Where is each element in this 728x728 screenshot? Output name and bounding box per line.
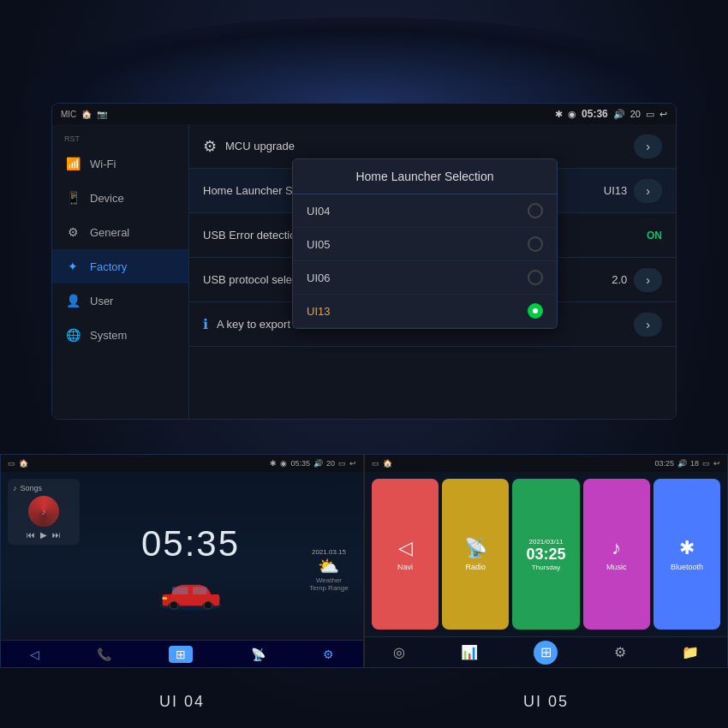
weather-date: 2021.03.15: [309, 548, 348, 556]
ui05-status-right: 03:25 🔊 18 ▭ ↩: [654, 459, 720, 468]
navi-tile[interactable]: ◁ Navi: [372, 479, 439, 630]
ui05-battery-icon: ▭: [372, 459, 379, 468]
ui04-music-panel: ♪ Songs ♪ ⏮ ▶ ⏭: [1, 472, 87, 667]
usb-error-toggle[interactable]: ON: [647, 230, 662, 242]
sidebar: RST 📶 Wi-Fi 📱 Device ⚙ General ✦ Factory…: [52, 124, 189, 419]
sidebar-item-wifi[interactable]: 📶 Wi-Fi: [52, 146, 188, 181]
ui13-option-label: UI13: [307, 305, 330, 318]
sidebar-item-general[interactable]: ⚙ General: [52, 215, 188, 249]
album-art: ♪: [28, 496, 59, 527]
ui05-home-icon: 🏠: [383, 459, 392, 468]
ui05-chart-icon[interactable]: 📊: [461, 644, 478, 660]
ui04-center: 05:35: [87, 472, 295, 667]
mcu-left: ⚙ MCU upgrade: [203, 137, 295, 156]
svg-rect-4: [172, 587, 188, 594]
usb-error-label: USB Error detection: [203, 229, 302, 242]
bluetooth-icon: ✱: [679, 537, 695, 559]
usb-protocol-value: 2.0: [612, 273, 627, 286]
sidebar-wifi-label: Wi-Fi: [90, 158, 116, 170]
ui04-back-icon[interactable]: ↩: [349, 459, 356, 468]
rst-label-area: RST: [52, 131, 188, 146]
sidebar-device-label: Device: [90, 192, 124, 205]
clock-time: 03:25: [526, 546, 565, 564]
sidebar-item-factory[interactable]: ✦ Factory: [52, 249, 188, 283]
content-area: RST 📶 Wi-Fi 📱 Device ⚙ General ✦ Factory…: [52, 124, 676, 419]
radio-icon: 📡: [464, 537, 487, 559]
device-icon: 📱: [64, 189, 81, 206]
svg-point-6: [170, 601, 177, 609]
ui05-status-left: ▭ 🏠: [372, 459, 392, 468]
ui04-nav-phone[interactable]: 📞: [97, 647, 111, 661]
ui04-nav-apps[interactable]: ⊞: [169, 646, 193, 663]
ui04-nav-navigate[interactable]: ◁: [30, 647, 39, 661]
ui04-time: 05:35: [290, 459, 310, 468]
dropdown-title: Home Launcher Selection: [293, 159, 557, 194]
music-icon: ♪: [612, 537, 621, 559]
screen-labels: UI 04 UI 05: [0, 693, 728, 711]
home-launcher-dialog: Home Launcher Selection UI04 UI05 UI06 U…: [292, 158, 558, 329]
ui13-radio[interactable]: [528, 303, 543, 319]
ui05-radio[interactable]: [528, 236, 543, 252]
bluetooth-tile[interactable]: ✱ Bluetooth: [653, 479, 720, 630]
export-left: ℹ A key to export: [203, 316, 290, 332]
ui05-status-bar: ▭ 🏠 03:25 🔊 18 ▭ ↩: [365, 455, 727, 472]
sidebar-item-device[interactable]: 📱 Device: [52, 181, 188, 215]
dropdown-ui04[interactable]: UI04: [293, 194, 557, 228]
export-chevron[interactable]: ›: [634, 313, 662, 337]
main-screen: MIC 🏠 📷 ✱ ◉ 05:36 🔊 20 ▭ ↩ RST 📶 Wi-Fi �: [51, 103, 677, 420]
sidebar-user-label: User: [90, 295, 113, 307]
navi-icon: ◁: [398, 537, 413, 559]
usb-protocol-chevron[interactable]: ›: [634, 268, 662, 292]
music-label: Music: [606, 563, 627, 571]
ui06-radio[interactable]: [528, 270, 543, 285]
clock-tile[interactable]: 2021/03/11 03:25 Thursday: [512, 479, 579, 630]
ui04-nav-antenna[interactable]: 📡: [251, 647, 266, 661]
sidebar-general-label: General: [90, 226, 129, 239]
dropdown-ui05[interactable]: UI05: [293, 228, 557, 261]
bluetooth-status-icon: ✱: [555, 109, 563, 120]
usb-error-left: USB Error detection: [203, 229, 302, 242]
ui05-label: UI 05: [364, 693, 728, 711]
music-tile[interactable]: ♪ Music: [583, 479, 650, 630]
ui05-settings-circle[interactable]: ◎: [393, 644, 405, 660]
mic-label: MIC: [61, 110, 76, 119]
user-icon: 👤: [64, 292, 81, 309]
navi-label: Navi: [397, 563, 413, 571]
mcu-icon: ⚙: [203, 137, 217, 156]
ui05-content: ◁ Navi 📡 Radio 2021/03/11 03:25 Thursday…: [365, 472, 727, 667]
radio-tile[interactable]: 📡 Radio: [442, 479, 509, 630]
sidebar-factory-label: Factory: [90, 260, 127, 273]
ui05-gear-icon[interactable]: ⚙: [614, 644, 626, 660]
ui04-home-icon: 🏠: [19, 459, 28, 468]
mcu-chevron[interactable]: ›: [634, 134, 662, 158]
car-svg: [157, 573, 225, 616]
ui04-nav-settings[interactable]: ⚙: [323, 647, 334, 661]
prev-icon[interactable]: ⏮: [27, 530, 35, 540]
battery-level: 20: [630, 109, 641, 119]
sidebar-item-system[interactable]: 🌐 System: [52, 318, 188, 352]
sidebar-system-label: System: [90, 329, 127, 342]
bluetooth-label: Bluetooth: [671, 563, 703, 571]
ui04-battery-icon: ▭: [8, 459, 15, 468]
svg-rect-5: [193, 587, 207, 594]
ui05-option-label: UI05: [307, 238, 330, 251]
ui05-folder-icon[interactable]: 📁: [682, 644, 699, 660]
back-icon[interactable]: ↩: [659, 109, 667, 120]
next-icon[interactable]: ⏭: [52, 530, 61, 540]
ui04-option-label: UI04: [307, 205, 330, 218]
battery-icon: ▭: [646, 109, 654, 120]
ui05-battery: 18: [690, 459, 699, 468]
ui04-radio[interactable]: [528, 203, 543, 218]
rst-label: RST: [64, 134, 80, 143]
sidebar-item-user[interactable]: 👤 User: [52, 283, 188, 318]
play-icon[interactable]: ▶: [40, 530, 47, 540]
weather-widget: 2021.03.15 ⛅ Weather Temp Range: [309, 548, 348, 592]
svg-rect-9: [215, 597, 219, 600]
ui04-batt-icon: ▭: [338, 459, 346, 468]
dropdown-ui13[interactable]: UI13: [293, 295, 557, 328]
ui05-grid-icon[interactable]: ⊞: [534, 641, 558, 665]
ui05-back-icon[interactable]: ↩: [713, 459, 720, 468]
launcher-chevron[interactable]: ›: [634, 179, 662, 203]
volume-icon: 🔊: [613, 109, 625, 120]
dropdown-ui06[interactable]: UI06: [293, 261, 557, 295]
